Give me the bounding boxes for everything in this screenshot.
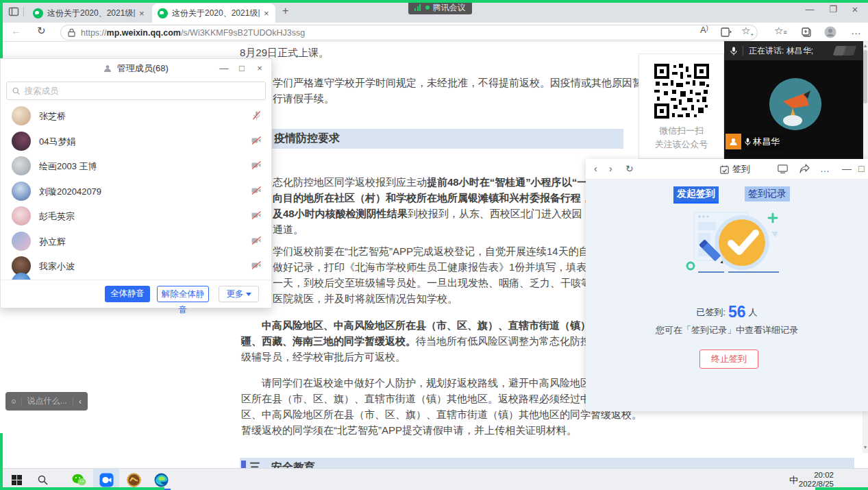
- share-border-bottom-right: [815, 487, 868, 490]
- panel-maximize-icon[interactable]: □: [234, 62, 249, 75]
- meeting-logo-icon: [834, 46, 858, 56]
- article-line: 态化防控地区同学返校报到应主动提前48小时在“智桂通”小程序以“一键: [273, 175, 597, 189]
- tab-close-icon[interactable]: ×: [139, 8, 145, 19]
- window-minimize-button[interactable]: —: [799, 0, 820, 19]
- back-icon[interactable]: ←: [11, 25, 21, 36]
- read-aloud-icon[interactable]: A): [700, 25, 708, 35]
- favorite-star-icon[interactable]: ☆+: [741, 25, 754, 38]
- article-line: 疆、西藏、海南三地的同学暂缓返校。待当地所有低风险区调整为常态化防控后，: [241, 334, 611, 348]
- share-border-bottom-left: [0, 487, 164, 490]
- article-line: 及48小时内核酸检测阴性结果到校报到，从东、西校区北门进入校园，其他校: [273, 206, 623, 221]
- nav-forward-icon[interactable]: ›: [609, 163, 612, 174]
- camera-off-icon[interactable]: [251, 186, 262, 195]
- search-input[interactable]: [24, 86, 260, 96]
- section-accent: [241, 461, 246, 468]
- profile-avatar[interactable]: [824, 26, 836, 38]
- article-line: 做好记录，打印《北海市学校师生员工健康报告表》1份并填写，填表时间为报: [273, 260, 628, 274]
- article-line: 级辅导员，经学校审批后方可返校。: [241, 350, 406, 364]
- clock[interactable]: 20:02 2022/8/25: [799, 471, 834, 489]
- collections-icon[interactable]: [802, 27, 812, 38]
- mic-on-icon: [745, 138, 751, 146]
- panel-maximize-icon[interactable]: □: [858, 163, 864, 174]
- member-search-box[interactable]: [6, 82, 266, 100]
- tab-actions-icon[interactable]: [8, 6, 19, 17]
- settings-more-icon[interactable]: …: [851, 25, 862, 36]
- panel-close-icon[interactable]: ×: [252, 62, 267, 75]
- camera-off-icon[interactable]: [251, 136, 262, 145]
- unmute-all-button[interactable]: 解除全体静音: [157, 286, 209, 302]
- signed-count: 56: [728, 303, 746, 321]
- camera-off-icon[interactable]: [251, 260, 262, 270]
- manage-members-panel: 管理成员(68) — □ × 张芝桥 04马梦娟 绘画2003 王博 刘璇202…: [0, 58, 272, 308]
- qr-code-panel: 微信扫一扫 关注该公众号: [638, 53, 724, 159]
- article-line: 请同学们在返校途中做好个人防护，规划好返校路线，避开中高风险地区、中高: [262, 376, 621, 390]
- nav-back-icon[interactable]: ‹: [594, 163, 597, 174]
- member-row[interactable]: 彭毛英宗: [1, 204, 271, 228]
- member-row[interactable]: 刘璇202042079: [1, 179, 271, 204]
- participant-name-tag: 林昌华: [726, 134, 784, 149]
- member-row[interactable]: 张芝桥: [1, 103, 271, 128]
- tab-1[interactable]: 这份关于2020、2021级同学开学 ×: [27, 4, 151, 23]
- meeting-video-panel: 正在讲话: 林昌华; 林昌华: [724, 41, 863, 159]
- collapse-chevron-icon[interactable]: ‹: [73, 397, 88, 406]
- member-row[interactable]: 04马梦娟: [1, 129, 271, 154]
- search-icon: [12, 87, 20, 95]
- share-forward-icon[interactable]: [799, 164, 810, 173]
- avatar: [12, 156, 31, 175]
- screen-share-icon[interactable]: [778, 164, 788, 173]
- signin-title: 签到: [720, 163, 750, 175]
- signal-bars-icon: [414, 4, 422, 11]
- member-name: 绘画2003 王博: [39, 160, 97, 173]
- section-header-safety: 三、安全教育: [240, 458, 854, 468]
- window-restore-button[interactable]: ❐: [823, 0, 843, 19]
- panel-minimize-icon[interactable]: —: [216, 62, 232, 75]
- member-row[interactable]: 孙立辉: [1, 229, 271, 254]
- tab-2-active[interactable]: 这份关于2020、2021级同学开学 ×: [152, 3, 275, 23]
- url-text: https://mp.weixin.qq.com/s/Wi3KKMF9sB2TU…: [81, 28, 305, 38]
- member-row[interactable]: 绘画2003 王博: [1, 154, 271, 178]
- address-bar[interactable]: https://mp.weixin.qq.com/s/Wi3KKMF9sB2TU…: [60, 25, 758, 40]
- stop-signin-button[interactable]: 终止签到: [699, 350, 758, 369]
- window-close-button[interactable]: ×: [845, 0, 865, 19]
- caret-down-icon: [246, 293, 251, 296]
- tab-close-icon[interactable]: ×: [264, 8, 269, 19]
- article-line: 暂缓返校的同学须在“北艺智苑”APP提交请假申请，并上传相关证明材料。: [241, 423, 577, 437]
- tab-signin-records[interactable]: 签到记录: [745, 186, 790, 201]
- participant-name: 林昌华: [751, 136, 784, 148]
- immersive-reader-icon[interactable]: [721, 27, 732, 37]
- camera-off-icon[interactable]: [251, 210, 262, 220]
- signin-hint: 您可在「签到记录」中查看详细记录: [586, 324, 868, 336]
- more-options-icon[interactable]: …: [820, 163, 830, 174]
- member-name: 刘璇202042079: [39, 186, 101, 198]
- ime-indicator[interactable]: 中: [789, 474, 798, 487]
- refresh-icon[interactable]: ↻: [37, 25, 46, 37]
- article-line: 向目的地所在社区（村）和学校所在地所属银滩镇和兴村委报备行程，持健康: [273, 191, 622, 205]
- member-panel-footer: 全体静音 解除全体静音 更多: [1, 280, 271, 308]
- chat-input-bubble[interactable]: 说点什么... ‹: [5, 392, 88, 411]
- camera-off-icon[interactable]: [251, 160, 262, 170]
- signin-calendar-icon: [720, 165, 729, 174]
- tab-start-signin[interactable]: 发起签到: [673, 186, 719, 204]
- camera-off-icon[interactable]: [251, 236, 262, 245]
- emoji-icon[interactable]: [12, 397, 16, 406]
- favorites-bar-icon[interactable]: ☆≡: [774, 25, 787, 37]
- chat-placeholder[interactable]: 说点什么...: [22, 395, 73, 407]
- scroll-down-icon[interactable]: ▼: [863, 445, 868, 450]
- article-line: 8月29日正式上课。: [240, 45, 329, 60]
- mute-all-button[interactable]: 全体静音: [105, 286, 150, 302]
- article-line: 学们严格遵守学校开学时间规定，未经批准，不得提前返校。因疫情或其他原因暂缓返: [273, 75, 663, 90]
- more-button[interactable]: 更多: [219, 286, 259, 302]
- participant-avatar: [769, 78, 821, 130]
- speaker-mic-icon: [730, 47, 737, 56]
- mic-muted-icon[interactable]: [251, 110, 262, 121]
- member-row[interactable]: 我家小波: [1, 254, 271, 278]
- browser-toolbar: ← ↻ https://mp.weixin.qq.com/s/Wi3KKMF9s…: [0, 23, 868, 42]
- video-area[interactable]: 林昌华: [726, 60, 862, 158]
- tab-title: 这份关于2020、2021级同学开学: [47, 8, 135, 19]
- scrollbar-thumb[interactable]: [863, 50, 867, 103]
- new-tab-button[interactable]: +: [282, 5, 288, 17]
- refresh-icon[interactable]: ↻: [625, 163, 634, 174]
- tencent-meeting-pill[interactable]: 腾讯会议: [408, 1, 472, 14]
- panel-minimize-icon[interactable]: —: [842, 163, 852, 174]
- scroll-up-icon[interactable]: ▲: [863, 43, 868, 48]
